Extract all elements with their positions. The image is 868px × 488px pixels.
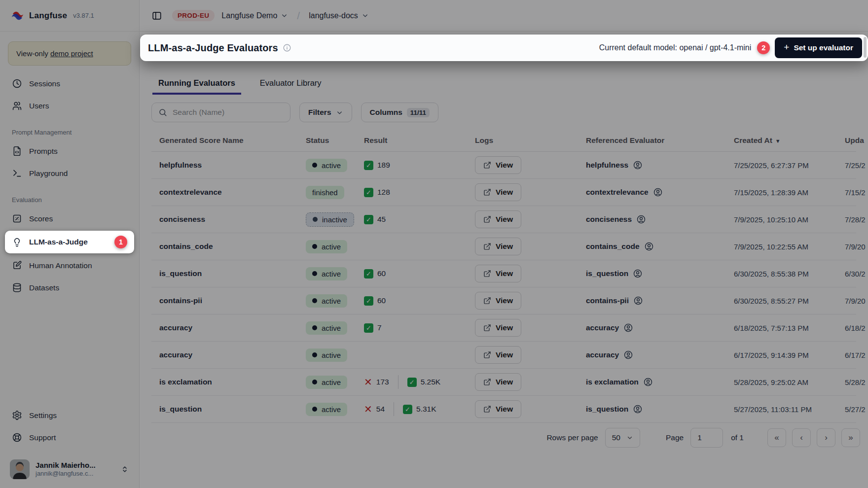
plus-icon: + <box>784 42 789 53</box>
tutorial-step-badge-2: 2 <box>757 41 770 54</box>
default-model-label: Current default model: openai / gpt-4.1-… <box>599 43 752 52</box>
page-title: LLM-as-a-Judge Evaluators <box>148 42 278 54</box>
sidebar-item-label: LLM-as-a-Judge <box>29 238 88 246</box>
set-up-evaluator-label: Set up evaluator <box>794 43 853 52</box>
tutorial-step-badge-1: 1 <box>114 236 127 248</box>
page-header-band: LLM-as-a-Judge Evaluators Current defaul… <box>140 35 868 61</box>
lightbulb-icon <box>12 237 22 247</box>
sidebar-item-llm-as-a-judge[interactable]: LLM-as-a-Judge1 <box>5 231 134 253</box>
info-icon[interactable] <box>283 43 291 52</box>
scrollbar-thumb[interactable] <box>864 37 867 58</box>
set-up-evaluator-button[interactable]: + Set up evaluator <box>775 37 862 58</box>
